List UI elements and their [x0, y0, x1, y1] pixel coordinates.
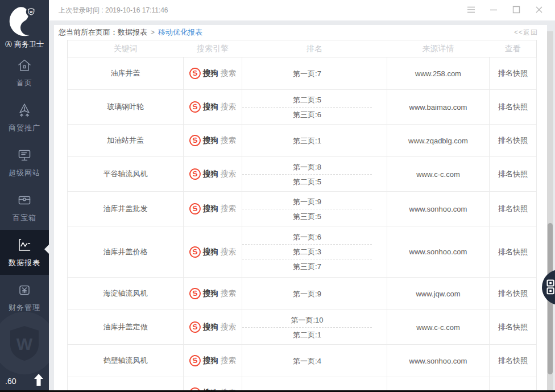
table-row: 油库井盖S搜狗搜索第一页:7www.258.com排名快照 — [68, 57, 537, 90]
engine-cell: S搜狗搜索 — [184, 57, 242, 90]
sidebar-item-reports[interactable]: 数据报表 — [0, 230, 49, 275]
keyword-cell: 鹤壁轴流风机 — [68, 345, 184, 377]
snapshot-link[interactable]: 排名快照 — [490, 90, 537, 125]
up-arrow-icon — [33, 373, 44, 387]
close-icon — [535, 6, 543, 15]
svg-text:W: W — [16, 335, 33, 353]
engine-name-suffix: 搜索 — [221, 204, 236, 214]
sogou-logo-icon: S — [189, 245, 202, 258]
breadcrumb-row: 您当前所在页面：数据报表>移动优化报表 <<返回 — [54, 25, 547, 40]
rank-cell: 第一页:10第二页:1 — [242, 310, 387, 345]
rank-cell: 第一页:9 — [242, 278, 387, 310]
snapshot-link[interactable]: 排名快照 — [490, 192, 537, 226]
scroll-to-top-button[interactable] — [31, 373, 46, 388]
sidebar: w Ⓐ 商务卫士 首页商贸推广超级网站百宝箱数据报表财务管理 W .60 — [0, 0, 49, 392]
table-header-row: 关键词搜索引擎排名来源详情查看 — [68, 40, 537, 57]
content-area: 您当前所在页面：数据报表>移动优化报表 <<返回 关键词搜索引擎排名来源详情查看… — [49, 20, 555, 392]
engine-name-suffix: 搜索 — [221, 247, 236, 257]
brand-name: 商务卫士 — [14, 39, 44, 49]
sidebar-item-website[interactable]: 超级网站 — [0, 140, 49, 185]
search-engine: S搜狗搜索 — [189, 168, 236, 180]
maximize-icon — [512, 6, 520, 15]
rank-cell: 第三页:1 — [242, 125, 387, 157]
source-cell: www.sonhoo.com — [387, 226, 490, 278]
engine-name: 搜狗 — [203, 135, 218, 146]
rank-cell: 第一页:8第二页:5 — [242, 157, 387, 192]
rank-entry: 第一页:9 — [242, 287, 372, 301]
rank-entry: 第一页:7 — [242, 67, 372, 81]
sidebar-item-label: 首页 — [16, 78, 32, 88]
source-cell: www.sonhoo.com — [387, 192, 490, 226]
source-cell: www.c-c.com — [387, 310, 490, 345]
keyword-cell: 玻璃钢叶轮 — [68, 90, 184, 125]
close-button[interactable] — [535, 6, 544, 15]
snapshot-link[interactable]: 排名快照 — [490, 345, 537, 377]
menu-button[interactable] — [466, 6, 475, 15]
menu-icon — [467, 6, 475, 15]
sidebar-item-promotion[interactable]: 商贸推广 — [0, 95, 49, 140]
snapshot-link[interactable]: 排名快照 — [490, 226, 537, 278]
source-cell: www.zqadblg.com — [387, 125, 490, 157]
engine-name: 搜狗 — [203, 288, 218, 299]
table-row: 加油站井盖S搜狗搜索第三页:1www.zqadblg.com排名快照 — [68, 125, 537, 157]
sogou-logo-icon: S — [189, 203, 202, 216]
rank-entry: 第三页:7 — [242, 259, 372, 274]
rank-entry: 第一页:4 — [242, 354, 372, 368]
engine-name: 搜狗 — [203, 102, 218, 112]
snapshot-link[interactable]: 排名快照 — [490, 310, 537, 345]
sogou-logo-icon: S — [189, 67, 202, 80]
keyword-cell: 油库井盖价格 — [68, 226, 184, 278]
table-row: 平谷轴流风机S搜狗搜索第一页:8第二页:5www.c-c.com排名快照 — [68, 157, 537, 192]
maximize-button[interactable] — [512, 6, 521, 15]
breadcrumb-current-link[interactable]: 移动优化报表 — [158, 28, 202, 36]
engine-name-suffix: 搜索 — [221, 356, 236, 366]
watermark-shield: W — [0, 312, 49, 374]
main-area: 上次登录时间 : 2019-10-16 17:11:46 您当前所在页面：数据报… — [49, 0, 555, 392]
engine-cell: S搜狗搜索 — [184, 345, 242, 377]
engine-cell: S搜狗搜索 — [184, 310, 242, 345]
sidebar-item-label: 超级网站 — [9, 168, 40, 178]
snapshot-link[interactable]: 排名快照 — [490, 125, 537, 157]
snapshot-link[interactable]: 排名快照 — [490, 157, 537, 192]
toolbox-icon — [16, 192, 33, 209]
sidebar-item-toolbox[interactable]: 百宝箱 — [0, 185, 49, 230]
search-engine: S搜狗搜索 — [189, 355, 236, 366]
back-link[interactable]: <<返回 — [514, 28, 538, 38]
rank-entry: 第三页:5 — [242, 209, 372, 224]
sogou-logo-icon: S — [189, 168, 202, 181]
table-row: 海淀轴流风机S搜狗搜索第一页:9www.jqw.com排名快照 — [68, 278, 537, 310]
engine-name: 搜狗 — [203, 68, 218, 79]
snapshot-link[interactable]: 排名快照 — [490, 278, 537, 310]
snapshot-link[interactable]: 排名快照 — [490, 57, 537, 90]
column-header: 搜索引擎 — [184, 40, 242, 57]
rank-entry: 第一页:10 — [242, 313, 372, 328]
engine-cell: S搜狗搜索 — [184, 226, 242, 278]
minimize-button[interactable] — [489, 6, 498, 15]
column-header: 来源详情 — [387, 40, 490, 57]
sidebar-item-home[interactable]: 首页 — [0, 50, 49, 95]
rank-entry: 第一页:9 — [242, 195, 372, 209]
rank-cell: 第一页:7 — [242, 57, 387, 90]
promotion-icon — [16, 102, 33, 119]
search-engine: S搜狗搜索 — [189, 288, 236, 299]
sogou-logo-icon: S — [189, 287, 202, 300]
engine-cell: S搜狗搜索 — [184, 125, 242, 157]
keyword-cell: 油库井盖定做 — [68, 310, 184, 345]
brand-logo: w Ⓐ 商务卫士 — [0, 0, 49, 49]
rank-cell: 第一页:4 — [242, 345, 387, 377]
rank-cell: 第一页:6第二页:3第三页:7 — [242, 226, 387, 278]
engine-name-suffix: 搜索 — [221, 102, 236, 112]
version-text: .60 — [5, 377, 16, 386]
rank-entry: 第二页:3 — [242, 245, 372, 259]
engine-name: 搜狗 — [203, 247, 218, 257]
source-cell: www.c-c.com — [387, 157, 490, 192]
table-row: 鹤壁轴流风机S搜狗搜索第一页:4www.sonhoo.com排名快照 — [68, 345, 537, 377]
scrollbar-track[interactable] — [547, 31, 553, 392]
top-bar: 上次登录时间 : 2019-10-16 17:11:46 — [49, 0, 555, 20]
engine-cell: S搜狗搜索 — [184, 90, 242, 125]
source-cell: www.baimao.com — [387, 90, 490, 125]
report-card: 您当前所在页面：数据报表>移动优化报表 <<返回 关键词搜索引擎排名来源详情查看… — [54, 25, 547, 392]
engine-name: 搜狗 — [203, 204, 218, 214]
column-header: 查看 — [490, 40, 537, 57]
brand-badge-icon: Ⓐ — [5, 41, 12, 48]
